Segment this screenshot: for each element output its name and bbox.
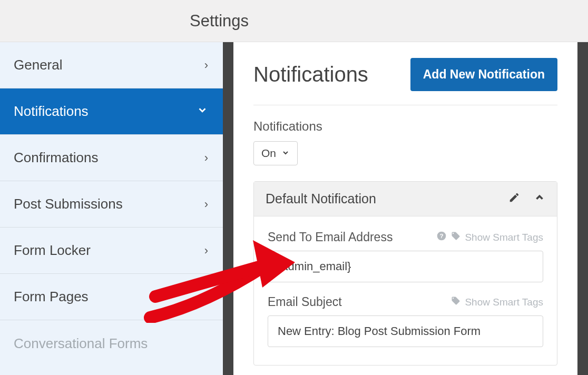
sidebar-item-label: Form Locker <box>14 242 91 259</box>
subject-input[interactable] <box>268 315 543 347</box>
chevron-right-icon: › <box>204 244 208 258</box>
chevron-right-icon: › <box>204 151 208 165</box>
notifications-toggle-select[interactable]: On <box>253 141 298 165</box>
toggle-value: On <box>261 147 276 160</box>
field-email-subject: Email Subject Show Smart Tags <box>268 295 543 347</box>
sidebar-item-label: Confirmations <box>14 150 98 166</box>
subject-label: Email Subject <box>268 295 342 309</box>
chevron-down-icon <box>281 147 290 160</box>
tag-icon <box>451 296 460 308</box>
sidebar-item-label: Conversational Forms <box>14 335 148 352</box>
notification-card-title: Default Notification <box>266 191 376 206</box>
chevron-right-icon: › <box>204 198 208 211</box>
notification-card-header: Default Notification <box>254 182 557 216</box>
smart-tags-label: Show Smart Tags <box>465 297 543 308</box>
svg-text:?: ? <box>440 232 444 239</box>
help-icon[interactable]: ? <box>436 231 447 244</box>
sidebar-item-label: Notifications <box>14 103 89 120</box>
notification-card-actions <box>508 191 545 206</box>
add-new-notification-button[interactable]: Add New Notification <box>410 58 557 91</box>
page-title: Notifications <box>253 63 368 86</box>
sidebar-item-confirmations[interactable]: Confirmations › <box>0 135 223 181</box>
notification-card-body: Send To Email Address ? Show Smart Tags <box>254 216 557 365</box>
topbar-title: Settings <box>190 12 249 31</box>
collapse-icon[interactable] <box>534 191 545 206</box>
field-send-to: Send To Email Address ? Show Smart Tags <box>268 230 543 282</box>
sidebar-item-notifications[interactable]: Notifications <box>0 88 223 135</box>
sidebar-item-label: Form Pages <box>14 289 89 305</box>
send-to-smart-tags[interactable]: ? Show Smart Tags <box>436 231 543 244</box>
sidebar-item-form-locker[interactable]: Form Locker › <box>0 228 223 274</box>
tag-icon <box>451 231 460 243</box>
notification-card: Default Notification Send To Email Addr <box>253 181 557 366</box>
subject-smart-tags[interactable]: Show Smart Tags <box>451 296 543 308</box>
chevron-right-icon: › <box>204 58 208 72</box>
topbar: Settings <box>0 0 588 42</box>
sidebar-item-general[interactable]: General › <box>0 42 223 88</box>
send-to-input[interactable] <box>268 251 543 282</box>
sidebar-item-conversational-forms[interactable]: Conversational Forms <box>0 320 223 367</box>
content-wrap: Notifications Add New Notification Notif… <box>223 42 588 375</box>
chevron-right-icon: › <box>204 290 208 304</box>
sidebar-item-label: General <box>14 57 63 73</box>
smart-tags-label: Show Smart Tags <box>465 232 543 243</box>
sidebar-item-label: Post Submissions <box>14 196 123 212</box>
send-to-label: Send To Email Address <box>268 230 393 244</box>
sidebar: General › Notifications Confirmations › … <box>0 42 223 375</box>
notifications-toggle-label: Notifications <box>253 119 557 134</box>
content: Notifications Add New Notification Notif… <box>233 42 577 375</box>
chevron-down-icon <box>197 104 208 119</box>
edit-icon[interactable] <box>508 191 520 206</box>
main-layout: General › Notifications Confirmations › … <box>0 42 588 375</box>
panel-header: Notifications Add New Notification <box>253 58 557 105</box>
sidebar-item-form-pages[interactable]: Form Pages › <box>0 274 223 320</box>
sidebar-item-post-submissions[interactable]: Post Submissions › <box>0 181 223 228</box>
